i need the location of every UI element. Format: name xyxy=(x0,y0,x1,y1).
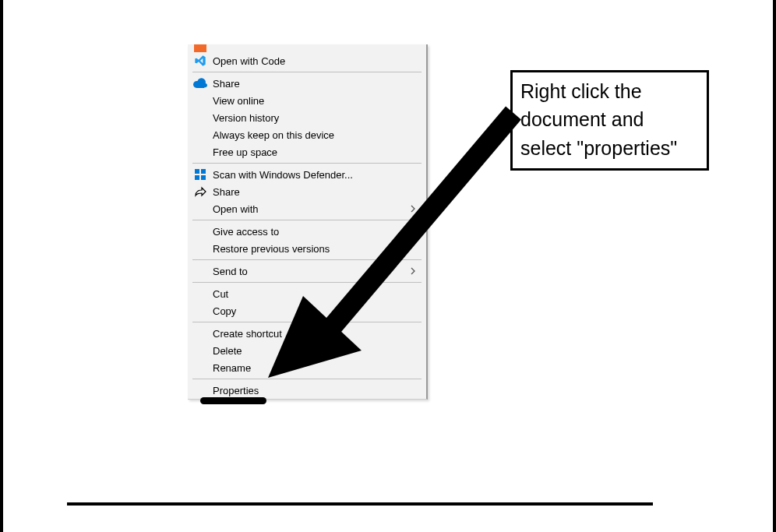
menu-item-send-to[interactable]: Send to xyxy=(188,262,426,280)
menu-item-label: Delete xyxy=(213,345,420,357)
share-arrow-icon xyxy=(193,185,207,199)
chevron-right-icon xyxy=(409,227,417,235)
page-divider xyxy=(67,502,653,506)
menu-item-restore-versions[interactable]: Restore previous versions xyxy=(188,240,426,257)
menu-item-label: Free up space xyxy=(213,146,420,158)
menu-item-version-history[interactable]: Version history xyxy=(188,109,426,126)
menu-item-label: Version history xyxy=(213,112,420,124)
svg-rect-2 xyxy=(195,175,199,180)
menu-item-label: Always keep on this device xyxy=(213,129,420,141)
menu-item-label: View online xyxy=(213,95,420,107)
chevron-right-icon xyxy=(409,205,417,213)
menu-item-rename[interactable]: Rename xyxy=(188,359,426,376)
menu-separator xyxy=(192,72,422,72)
menu-item-copy[interactable]: Copy xyxy=(188,302,426,319)
menu-item-label: Create shortcut xyxy=(213,328,420,340)
menu-item-cut[interactable]: Cut xyxy=(188,285,426,302)
menu-item-label: Give access to xyxy=(213,226,409,238)
svg-rect-0 xyxy=(195,169,199,174)
menu-item-label: Rename xyxy=(213,362,420,374)
properties-highlight xyxy=(200,397,266,404)
menu-item-cutoff[interactable] xyxy=(188,44,426,52)
menu-item-label: Share xyxy=(213,186,420,198)
menu-item-delete[interactable]: Delete xyxy=(188,342,426,359)
menu-item-open-with-code[interactable]: Open with Code xyxy=(188,52,426,69)
menu-item-share-cloud[interactable]: Share xyxy=(188,75,426,92)
defender-icon xyxy=(193,167,207,181)
menu-item-free-up-space[interactable]: Free up space xyxy=(188,143,426,160)
svg-rect-1 xyxy=(201,169,206,174)
chevron-right-icon xyxy=(409,267,417,275)
menu-item-give-access[interactable]: Give access to xyxy=(188,223,426,240)
menu-item-label: Cut xyxy=(213,288,420,300)
menu-item-always-keep[interactable]: Always keep on this device xyxy=(188,126,426,143)
svg-rect-3 xyxy=(201,175,206,180)
menu-separator xyxy=(192,379,422,379)
menu-separator xyxy=(192,220,422,220)
menu-item-label: Open with Code xyxy=(213,55,420,67)
menu-item-label: Send to xyxy=(213,266,409,277)
menu-item-label: Copy xyxy=(213,305,420,317)
menu-separator xyxy=(192,163,422,164)
context-menu: Open with Code Share View online Version… xyxy=(188,44,428,400)
menu-item-view-online[interactable]: View online xyxy=(188,92,426,109)
cloud-icon xyxy=(193,76,207,90)
menu-item-label: Scan with Windows Defender... xyxy=(213,169,420,181)
menu-separator xyxy=(192,259,422,260)
menu-item-properties[interactable]: Properties xyxy=(188,382,426,399)
menu-item-open-with[interactable]: Open with xyxy=(188,200,426,217)
vscode-icon xyxy=(193,54,207,68)
menu-item-label: Restore previous versions xyxy=(213,243,420,255)
menu-item-scan-defender[interactable]: Scan with Windows Defender... xyxy=(188,166,426,183)
menu-separator xyxy=(192,322,422,322)
annotation-text: Right click the document and select "pro… xyxy=(520,80,677,159)
annotation-callout: Right click the document and select "pro… xyxy=(510,70,709,171)
menu-item-label: Properties xyxy=(213,385,420,396)
orange-icon xyxy=(193,44,207,52)
menu-separator xyxy=(192,282,422,283)
menu-item-label: Share xyxy=(213,78,420,90)
menu-item-create-shortcut[interactable]: Create shortcut xyxy=(188,325,426,342)
menu-item-label: Open with xyxy=(213,203,409,215)
menu-item-share-arrow[interactable]: Share xyxy=(188,183,426,200)
